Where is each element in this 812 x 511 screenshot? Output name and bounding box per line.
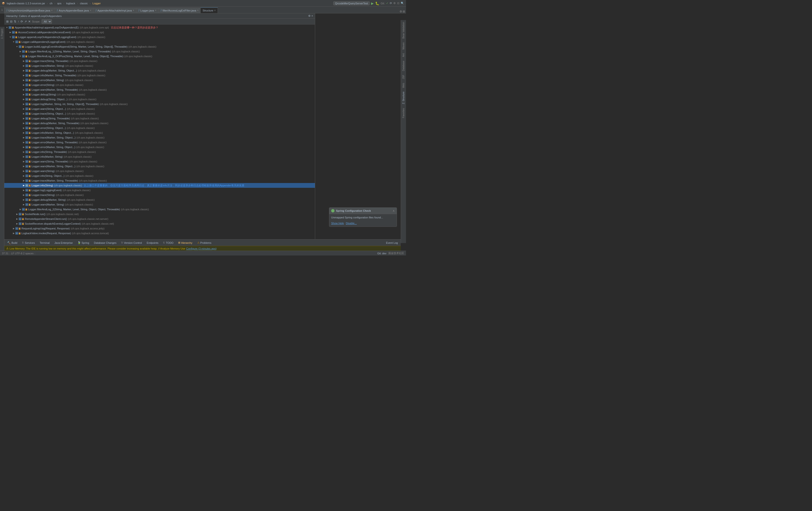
scope-icon-refresh[interactable]: ⟳ [21,20,23,23]
settings-icon[interactable]: ⚙ [393,2,396,5]
tab-close-icon4[interactable]: × [155,9,156,12]
tree-row-4[interactable]: ▼ m 🔒 Logger.buildLoggingEventAndAppend(… [4,44,315,49]
build-btn[interactable]: 🔨 Build [6,241,18,245]
tree-row-34[interactable]: ▶ m🔒 Logger.log(LoggingEvent) (ch.qos.lo… [4,188,315,193]
collapse-all-icon[interactable]: ⊟ [10,20,12,23]
tree-row-8[interactable]: ▶ m🔒 Logger.trace(Marker, String) (ch.qo… [4,63,315,68]
tree-row-13[interactable]: ▶ m🔒 Logger.warn(Marker, String, Throwab… [4,87,315,92]
tab-close-icon[interactable]: × [51,9,53,12]
configure-link[interactable]: Configure (3 minutes ago) [186,247,216,250]
sidebar-database[interactable]: Database [402,59,405,73]
tree-row-24[interactable]: ▶ m🔒 Logger.error(Marker, String, Throwa… [4,140,315,145]
spring-btn[interactable]: 🍃 Spring [77,241,90,245]
hierarchy-btn[interactable]: ⊞ Hierarchy [177,241,193,245]
spring-config-collapse-icon[interactable]: ∧ [393,209,395,212]
expander-7[interactable]: ▶ [22,59,25,63]
tree-row-26[interactable]: ▶ m🔒 Logger.info(String, Throwable) (ch.… [4,149,315,154]
tree-row-18[interactable]: ▶ m🔒 Logger.trace(String, Object...) (ch… [4,111,315,116]
expander-4[interactable]: ▼ [15,44,19,49]
sidebar-favorites[interactable]: Favorites [402,106,405,120]
tab-close-icon5[interactable]: × [197,9,199,12]
hierarchy-settings-icon[interactable]: ⚙ [308,15,311,18]
sidebar-item-project[interactable]: 1: Project [0,27,4,41]
expander-8[interactable]: ▶ [22,63,25,68]
tree-row-22[interactable]: ▶ m🔒 Logger.info(Marker, String, Object.… [4,131,315,135]
tree-row-2[interactable]: ▼ m 🔒 Logger.appendLoopOnAppenders(ILogg… [4,35,315,39]
git-check[interactable]: ✓ [386,2,388,5]
expander-selected[interactable]: ▶ [22,183,25,188]
tab-unsynchronized[interactable]: J UnsynchronizedAppenderBase.java × [4,7,55,13]
scope-icon-close[interactable]: ✕ [28,20,31,23]
tree-row-39[interactable]: ▶ m🔒 SocketNode.run() (ch.qos.logback.cl… [4,212,315,217]
tree-row-14[interactable]: ▶ m🔒 Logger.debug(String) (ch.qos.logbac… [4,92,315,97]
sidebar-z-structure[interactable]: Z: Structure [402,90,405,106]
tab-close-icon2[interactable]: × [90,9,91,12]
show-help-link[interactable]: Show Help [331,222,344,225]
tree-row-7[interactable]: ▶ m 🔒 Logger.trace(String, Throwable) (c… [4,59,315,63]
expander-1[interactable]: ▶ [9,30,12,35]
expander-2[interactable]: ▼ [9,35,12,39]
tab-settings-icon[interactable]: ⚙ [400,10,402,13]
scope-icon-up[interactable]: ↑ [18,20,19,23]
tree-row-31[interactable]: ▶ m🔒 Logger.info(String, Object...) (ch.… [4,173,315,178]
tree-row-15[interactable]: ▶ m🔒 Logger.debug(String, Object...) (ch… [4,97,315,102]
expand-all-icon[interactable]: ⊞ [6,20,9,23]
tree-row-6[interactable]: ▼ m 🔒 Logger.filterAndLog_0_Or3Plus(Stri… [4,54,315,59]
problems-btn[interactable]: ⚠ Problems [196,241,212,245]
git-update[interactable]: ⟳ [390,2,392,5]
tree-row-35[interactable]: ▶ m🔒 Logger.trace(String) (ch.qos.logbac… [4,193,315,197]
tab-logger[interactable]: J Logger.java × [136,7,158,13]
sidebar-ant[interactable]: Ant [402,51,405,59]
tree-row-25[interactable]: ▶ m🔒 Logger.error(Marker, String, Object… [4,145,315,149]
tree-row-selected[interactable]: ▶ m 🔒 Logger.info(String) (ch.qos.logbac… [4,183,315,188]
services-btn[interactable]: 8: Services [21,241,36,245]
tree-row-40[interactable]: ▶ m🔒 RemoteAppenderStreamClient.run() (c… [4,217,315,221]
expand-icon[interactable]: ⊡ [397,2,399,5]
run-button[interactable]: ▶ [371,1,374,5]
tree-row-9[interactable]: ▶ m🔒 Logger.debug(Marker, String, Object… [4,68,315,73]
scope-icon-export[interactable]: ↗ [24,20,27,23]
tree-row-32[interactable]: ▶ m🔒 Logger.trace(Marker, String, Throwa… [4,178,315,183]
disable-link[interactable]: Disable... [346,222,357,225]
tree-row-30[interactable]: ▶ m🔒 Logger.warn(String) (ch.qos.logback… [4,169,315,173]
tree-row-21[interactable]: ▶ m🔒 Logger.error(String, Object...) (ch… [4,125,315,131]
sidebar-web[interactable]: Web [402,81,405,90]
expander-6[interactable]: ▼ [19,54,22,59]
tree-row-20[interactable]: ▶ m🔒 Logger.debug(Marker, String, Throwa… [4,121,315,125]
tab-async[interactable]: J AsyncAppenderBase.java × [55,7,93,13]
tab-structure[interactable]: Structure × [201,7,218,13]
tab-close-icon3[interactable]: × [133,9,134,12]
tab-close-icon6[interactable]: × [214,9,216,12]
db-changes-btn[interactable]: Database Changes [93,241,117,245]
todo-btn[interactable]: 6: TODO [162,241,175,245]
hierarchy-close-icon[interactable]: × [312,15,313,18]
tab-filter[interactable]: J filter/AccessLogExtFilter.java × [158,7,201,13]
tree-row-23[interactable]: ▶ m🔒 Logger.trace(Marker, String, Object… [4,135,315,140]
tree-row-37[interactable]: ▶ m🔒 Logger.warn(Marker, String) (ch.qos… [4,202,315,207]
run-config[interactable]: QrcodeMerQueryServerTest [333,1,370,5]
tree-row-42[interactable]: ▶ m🔒 RequestLogImpl.log(Request, Respons… [4,226,315,231]
expander-0[interactable]: ▼ [5,25,9,30]
java-enterprise-btn[interactable]: Java Enterprise [54,241,74,245]
tree-row-36[interactable]: ▶ m🔒 Logger.debug(Marker, String) (ch.qo… [4,197,315,202]
tree-row-38[interactable]: ▶ m🔒 Logger.filterAndLog_2(String, Marke… [4,207,315,212]
expander-3[interactable]: ▼ [12,39,15,44]
tree-row-11[interactable]: ▶ m🔒 Logger.error(Marker, String) (ch.qo… [4,78,315,83]
tree-row-0[interactable]: ▼ m 🔒 AppenderAttachableImpl.appendLoopO… [4,25,315,30]
sidebar-bean-validation[interactable]: Bean Validation [402,20,405,40]
tree-row-10[interactable]: ▶ m🔒 Logger.info(Marker, String, Throwab… [4,73,315,78]
tree-row-12[interactable]: ▶ m🔒 Logger.error(String) (ch.qos.logbac… [4,83,315,87]
tree-row-29[interactable]: ▶ m🔒 Logger.warn(Marker, String, Object.… [4,164,315,169]
sidebar-jsf[interactable]: JSF [402,73,405,81]
tree-row-28[interactable]: ▶ m🔒 Logger.warn(String, Throwable) (ch.… [4,159,315,164]
tree-row-1[interactable]: ▶ m 🔒 AccessContext.callAppenders(IAcces… [4,30,315,35]
sidebar-maven[interactable]: Maven [402,40,405,51]
endpoints-btn[interactable]: Endpoints [146,241,160,245]
tab-layout-icon[interactable]: ⊞ [403,10,405,13]
debug-button[interactable]: 🐛 [375,1,379,5]
tree-row-3[interactable]: ▼ m 🔒 Logger.callAppenders(ILoggingEvent… [4,39,315,44]
tree-row-27[interactable]: ▶ m🔒 Logger.info(Marker, String) (ch.qos… [4,154,315,159]
terminal-btn[interactable]: Terminal [39,241,51,245]
search-icon[interactable]: 🔍 [401,2,404,5]
tree-row-41[interactable]: ▶ m🔒 SocketReceiver.dispatchEvents(Logge… [4,221,315,226]
